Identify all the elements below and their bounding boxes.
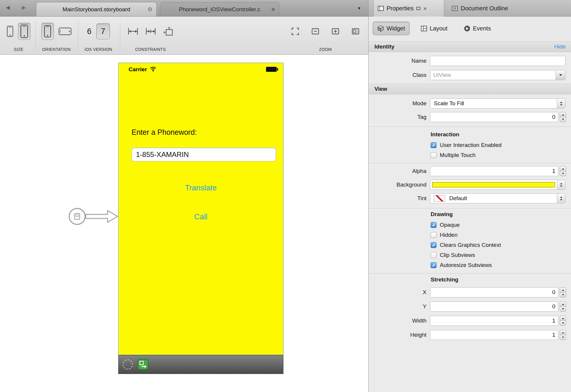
events-tab-button[interactable]: Events [460,22,495,35]
hide-link[interactable]: Hide [554,43,566,50]
stretch-width-row: Width [369,316,571,326]
stepper-down-button[interactable] [560,171,566,176]
ide-window: ◀ ▶ MainStoryboard.storyboard Phoneword_… [0,0,571,392]
tag-stepper [560,112,566,122]
tab-properties[interactable]: Properties × [373,0,444,17]
carrier-label: Carrier [129,66,147,73]
opaque-checkbox[interactable] [431,222,437,228]
landscape-orientation-button[interactable] [59,27,72,35]
divider [78,21,78,50]
zoom-in-button[interactable] [331,27,340,36]
zoom-out-button[interactable] [311,27,320,36]
chevron-down-icon[interactable] [556,70,565,80]
stepper-up-button[interactable] [560,287,566,292]
height-input[interactable] [430,330,558,340]
separator [369,208,571,208]
separator [369,163,571,163]
width-constraint-icon [128,27,138,36]
size-large-button[interactable] [18,23,30,40]
exit-segue-icon[interactable] [137,359,149,370]
checkbox-row: Hidden [369,231,571,239]
stepper-down-button[interactable] [560,321,566,326]
pin-constraint-icon [163,27,173,36]
zoom-actual-button[interactable] [351,27,360,36]
iphone-large-icon [20,25,28,38]
alpha-input[interactable] [430,166,558,176]
layout-tab-button[interactable]: Layout [416,22,452,35]
y-input[interactable] [430,302,558,312]
view-controller-screen[interactable]: Carrier Enter a Phoneword: Translate Cal… [118,63,283,355]
checkbox-label: Clip Subviews [440,252,475,258]
widget-tab-button[interactable]: Widget [373,22,410,35]
stepper-up-button[interactable] [560,330,566,335]
modified-dot-icon [148,7,152,11]
tag-input[interactable] [430,112,558,122]
separator [369,127,571,127]
width-input[interactable] [430,316,558,326]
clears-graphics-context-checkbox[interactable] [431,242,437,248]
y-label: Y [369,303,430,310]
size-group: SIZE [3,17,34,54]
view-controller-icon[interactable] [123,359,133,370]
interaction-header: Interaction [369,130,571,139]
identity-section-header: Identity Hide [369,41,571,52]
editor-pane: ◀ ▶ MainStoryboard.storyboard Phoneword_… [0,0,368,392]
class-combo[interactable]: UIView [430,70,565,80]
initial-view-controller-arrow[interactable] [67,207,120,226]
x-input[interactable] [430,287,558,297]
clip-subviews-checkbox[interactable] [431,252,437,258]
ios6-button[interactable]: 6 [87,27,91,36]
close-icon[interactable]: × [271,6,275,13]
spacing-constraint-button[interactable] [145,27,156,36]
multiple-touch-checkbox[interactable] [431,152,437,158]
background-colorwell[interactable] [430,180,565,190]
back-arrow-icon[interactable]: ◀ [6,5,10,10]
stepper-down-button[interactable] [560,335,566,340]
stepper-up-button[interactable] [560,112,566,117]
autoresize-subviews-checkbox[interactable] [431,262,437,268]
section-title: Identity [374,43,395,50]
stepper-down-button[interactable] [560,307,566,312]
forward-arrow-icon[interactable]: ▶ [22,5,26,10]
call-button[interactable]: Call [119,212,283,221]
portrait-orientation-button[interactable] [41,23,54,40]
close-icon[interactable]: × [423,5,427,12]
tab-mainstoryboard[interactable]: MainStoryboard.storyboard [36,2,157,16]
zoom-fit-button[interactable] [291,27,300,36]
tab-viewcontroller[interactable]: Phoneword_iOSViewController.c × [160,2,279,16]
alpha-row: Alpha [369,166,571,176]
stepper-up-button[interactable] [560,302,566,307]
translate-button[interactable]: Translate [119,183,283,192]
tab-document-outline[interactable]: Document Outline [448,0,512,17]
stepper-up-button[interactable] [560,316,566,321]
separator [369,273,571,274]
tag-label: Tag [369,114,430,120]
stepper-down-button[interactable] [560,117,566,122]
checkbox-label: Autoresize Subviews [440,262,492,268]
phoneword-textfield[interactable] [132,148,276,161]
pin-constraint-button[interactable] [163,27,173,36]
size-small-button[interactable] [7,26,13,37]
name-input[interactable] [430,56,565,66]
inspector-tab-bar: Properties × Document Outline [369,0,571,17]
ios7-button[interactable]: 7 [96,23,110,39]
layout-icon [421,26,427,31]
stretching-header: Stretching [369,276,571,284]
checkbox-row: Multiple Touch [369,151,571,159]
hidden-checkbox[interactable] [431,232,437,238]
mode-popup[interactable]: Scale To Fill [430,98,565,108]
float-panel-icon[interactable] [416,7,420,10]
width-constraint-button[interactable] [128,27,138,36]
properties-icon [378,6,384,11]
stepper-down-button[interactable] [560,292,566,298]
background-label: Background [369,182,430,188]
no-tint-swatch-icon [434,195,445,202]
design-surface[interactable]: Carrier Enter a Phoneword: Translate Cal… [0,55,368,392]
tint-popup[interactable]: Default [430,193,565,203]
drawing-header: Drawing [369,210,571,218]
user-interaction-checkbox[interactable] [431,142,437,148]
checkbox-row: Opaque [369,221,571,229]
inspector-mode-bar: Widget Layout Events [369,17,571,41]
stepper-up-button[interactable] [560,166,566,171]
tab-overflow-chevron-icon[interactable]: ▼ [357,6,361,11]
